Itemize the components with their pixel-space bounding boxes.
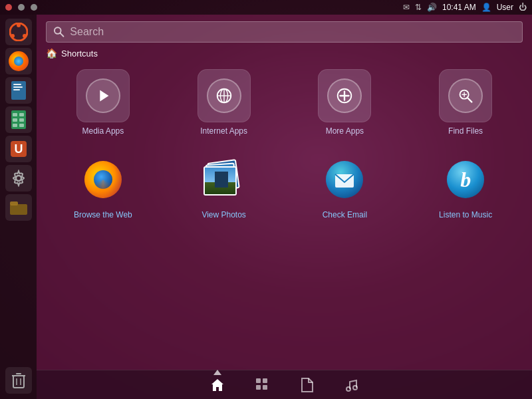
home-breadcrumb-icon[interactable]: 🏠	[46, 48, 57, 59]
media-apps-label: Media Apps	[82, 126, 124, 136]
sidebar-item-software[interactable]: U	[5, 136, 32, 162]
sidebar-item-trash[interactable]	[5, 367, 32, 394]
maximize-window-button[interactable]	[31, 4, 37, 11]
media-apps-icon	[86, 78, 120, 113]
find-files-icon-box	[439, 69, 492, 122]
search-input[interactable]	[70, 26, 515, 38]
svg-rect-15	[11, 141, 27, 157]
listen-music-icon: b	[447, 161, 484, 198]
browse-web-label: Browse the Web	[74, 210, 132, 219]
view-photos-label: View Photos	[201, 210, 246, 219]
check-email-label: Check Email	[323, 210, 367, 219]
svg-rect-13	[13, 124, 17, 127]
sidebar-item-settings[interactable]	[5, 165, 32, 192]
svg-point-1	[17, 23, 21, 27]
svg-text:U: U	[14, 142, 23, 156]
browse-web-icon-box	[76, 153, 130, 206]
svg-rect-18	[10, 204, 27, 215]
music-note-icon	[344, 378, 359, 392]
more-apps-icon	[327, 78, 362, 113]
files-sidebar-icon	[9, 200, 28, 215]
sidebar-item-files[interactable]	[5, 194, 32, 221]
find-files-label: Find Files	[448, 126, 483, 136]
more-apps-label: More Apps	[326, 126, 364, 136]
footer-tabs	[37, 370, 532, 399]
app-item-find-files[interactable]: Find Files	[408, 64, 523, 141]
home-icon	[210, 378, 225, 392]
app-item-check-email[interactable]: Check Email	[288, 148, 402, 225]
tab-apps[interactable]	[250, 375, 275, 395]
tab-active-indicator	[213, 370, 221, 375]
topbar: ✉ ⇅ 🔊 10:41 AM 👤 User ⏻	[0, 0, 532, 15]
close-window-button[interactable]	[5, 4, 12, 11]
svg-line-26	[61, 33, 64, 37]
topbar-username: User	[497, 3, 513, 12]
svg-point-17	[16, 176, 21, 181]
main-panel: 🏠 Shortcuts Media Apps	[37, 15, 532, 399]
calc-icon	[10, 110, 27, 130]
svg-rect-42	[263, 378, 267, 383]
svg-point-2	[23, 34, 27, 38]
sidebar: U	[0, 15, 37, 399]
minimize-window-button[interactable]	[18, 4, 25, 11]
sidebar-item-firefox[interactable]	[5, 48, 32, 74]
listen-music-icon-box: b	[439, 153, 492, 206]
svg-point-0	[10, 23, 27, 41]
app-item-more-apps[interactable]: More Apps	[288, 64, 402, 141]
app-item-browse-web[interactable]: Browse the Web	[46, 148, 160, 225]
svg-rect-8	[11, 110, 26, 129]
internet-apps-icon	[207, 78, 241, 113]
svg-rect-20	[13, 376, 24, 388]
tab-home[interactable]	[205, 375, 230, 395]
svg-rect-14	[19, 124, 24, 127]
svg-line-36	[467, 98, 472, 102]
software-icon: U	[9, 140, 28, 158]
svg-point-45	[346, 387, 350, 391]
svg-point-46	[353, 386, 357, 390]
svg-rect-9	[13, 113, 17, 116]
breadcrumb-label: Shortcuts	[61, 49, 98, 59]
search-icon	[53, 26, 65, 38]
media-apps-icon-box	[76, 69, 130, 122]
svg-rect-4	[11, 81, 26, 100]
network-icon[interactable]: ⇅	[415, 3, 422, 12]
sidebar-item-writer[interactable]	[5, 77, 32, 104]
svg-rect-7	[13, 89, 20, 90]
tab-music[interactable]	[339, 375, 364, 395]
find-files-icon	[448, 78, 483, 113]
tab-files[interactable]	[295, 374, 319, 396]
app-item-view-photos[interactable]: View Photos	[167, 148, 281, 225]
app-item-listen-music[interactable]: b Listen to Music	[408, 148, 523, 225]
power-icon[interactable]: ⏻	[519, 3, 527, 12]
sidebar-item-calc[interactable]	[5, 106, 32, 133]
user-icon[interactable]: 👤	[481, 3, 491, 12]
svg-rect-5	[13, 84, 21, 85]
search-bar[interactable]	[46, 21, 523, 43]
app-item-media-apps[interactable]: Media Apps	[46, 64, 160, 141]
more-apps-icon-box	[318, 69, 371, 122]
svg-rect-41	[256, 378, 261, 383]
app-item-internet-apps[interactable]: Internet Apps	[167, 64, 281, 141]
firefox-icon	[9, 51, 29, 71]
svg-rect-10	[19, 113, 24, 116]
internet-apps-label: Internet Apps	[200, 126, 247, 136]
svg-rect-11	[13, 118, 17, 122]
trash-icon	[11, 372, 26, 389]
apps-grid-icon	[255, 378, 270, 392]
svg-marker-27	[100, 90, 108, 102]
volume-icon[interactable]: 🔊	[427, 3, 437, 12]
clock: 10:41 AM	[442, 3, 476, 12]
settings-icon	[10, 170, 27, 187]
svg-rect-43	[256, 385, 261, 390]
svg-rect-6	[13, 86, 23, 88]
writer-icon	[10, 80, 27, 100]
shortcuts-grid: Media Apps Internet Apps	[46, 64, 523, 225]
check-email-icon	[326, 161, 363, 198]
view-photos-icon	[203, 161, 245, 198]
mail-icon[interactable]: ✉	[403, 3, 410, 12]
sidebar-item-ubuntu[interactable]	[5, 19, 32, 45]
tab-home-wrapper	[205, 375, 230, 395]
view-photos-icon-box	[198, 153, 251, 206]
svg-rect-44	[263, 385, 267, 390]
browse-web-icon	[84, 161, 122, 198]
